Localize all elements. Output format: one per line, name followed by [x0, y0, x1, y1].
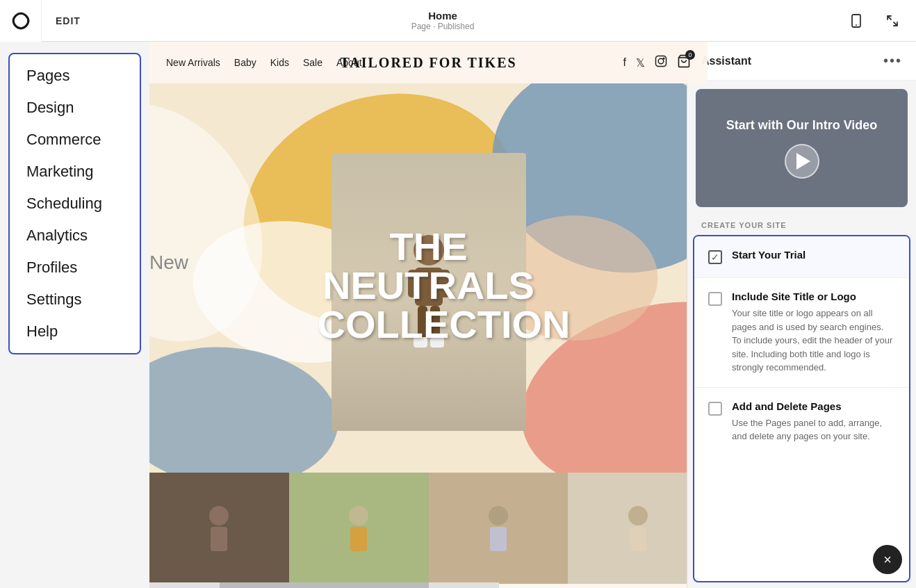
checklist-container: ✓ Start Your Trial Include Site Title or…: [693, 235, 910, 582]
assistant-panel: Assistant ••• Start with Our Intro Video…: [687, 42, 916, 588]
svg-point-27: [489, 506, 508, 525]
nav-link-new-arrivals[interactable]: New Arrivals: [166, 57, 220, 68]
left-sidebar: Pages Design Commerce Marketing Scheduli…: [0, 42, 149, 588]
page-info: Home Page · Published: [42, 10, 844, 31]
image-strip: [149, 473, 708, 584]
instagram-icon[interactable]: [655, 55, 667, 70]
page-status: Page · Published: [411, 22, 475, 31]
play-triangle-icon: [796, 153, 810, 170]
sidebar-item-profiles[interactable]: Profiles: [10, 252, 140, 284]
strip-image-2: [289, 473, 429, 584]
checklist-item-content-pages: Add and Delete Pages Use the Pages panel…: [732, 400, 895, 443]
sidebar-menu: Pages Design Commerce Marketing Scheduli…: [8, 53, 141, 354]
sidebar-item-design[interactable]: Design: [10, 92, 140, 124]
sidebar-item-help[interactable]: Help: [10, 316, 140, 348]
sidebar-item-pages[interactable]: Pages: [10, 60, 140, 92]
strip-image-3: [429, 473, 569, 584]
nav-link-baby[interactable]: Baby: [234, 57, 256, 68]
checklist-item-desc-add-pages: Use the Pages panel to add, arrange, and…: [732, 416, 895, 443]
sidebar-item-settings[interactable]: Settings: [10, 284, 140, 316]
svg-rect-26: [350, 527, 367, 551]
intro-video-card[interactable]: Start with Our Intro Video: [696, 89, 908, 207]
svg-point-23: [209, 506, 229, 525]
svg-point-5: [663, 58, 664, 59]
checklist-item-title-add-pages: Add and Delete Pages: [732, 400, 895, 412]
panel-title: Assistant: [701, 55, 751, 67]
svg-rect-3: [656, 56, 666, 67]
video-title: Start with Our Intro Video: [726, 118, 878, 133]
close-icon: ×: [883, 552, 892, 568]
site-nav: New Arrivals Baby Kids Sale About TAILOR…: [149, 42, 708, 83]
page-title: Home: [428, 10, 457, 22]
panel-header: Assistant •••: [687, 42, 916, 81]
hero-text: THE NEUTRALS COLLECTION: [318, 227, 540, 344]
sidebar-item-marketing[interactable]: Marketing: [10, 156, 140, 188]
mobile-preview-button[interactable]: [844, 8, 869, 33]
checklist-item-content: Start Your Trial: [732, 249, 805, 265]
checklist-item-include-title[interactable]: Include Site Title or Logo Your site tit…: [694, 278, 909, 388]
new-label: New: [149, 252, 188, 274]
svg-rect-28: [490, 527, 507, 551]
sidebar-item-commerce[interactable]: Commerce: [10, 124, 140, 156]
site-brand: TAILORED FOR TIKES: [340, 55, 516, 71]
strip-image-1: [149, 473, 289, 584]
svg-point-2: [856, 24, 857, 26]
cart-icon[interactable]: 0: [677, 54, 691, 71]
scrollbar-thumb: [220, 582, 430, 588]
edit-label[interactable]: EDIT: [56, 15, 81, 26]
checklist-item-content-title: Include Site Title or Logo Your site tit…: [732, 291, 895, 375]
svg-point-29: [628, 506, 648, 525]
checkbox-include-title[interactable]: [708, 292, 722, 306]
svg-point-4: [658, 58, 664, 64]
hero-title-line1: THE: [318, 227, 540, 266]
checklist-item-title-include-title: Include Site Title or Logo: [732, 291, 895, 302]
sidebar-item-scheduling[interactable]: Scheduling: [10, 188, 140, 220]
canvas-scrollbar[interactable]: [149, 582, 499, 588]
check-mark-icon: ✓: [711, 252, 719, 263]
top-bar-right: [844, 8, 916, 33]
canvas-area: New Arrivals Baby Kids Sale About TAILOR…: [149, 42, 916, 588]
close-panel-button[interactable]: ×: [873, 545, 902, 574]
twitter-icon[interactable]: 𝕏: [636, 56, 645, 70]
top-bar: EDIT Home Page · Published: [0, 0, 916, 42]
create-section-label: CREATE YOUR SITE: [687, 215, 916, 235]
checkbox-start-trial[interactable]: ✓: [708, 250, 722, 264]
nav-link-sale[interactable]: Sale: [303, 57, 322, 68]
svg-rect-30: [630, 527, 646, 551]
hero-title-line3: COLLECTION: [318, 305, 540, 344]
hero-section: THE NEUTRALS COLLECTION New: [149, 83, 708, 473]
hero-title-line2: NEUTRALS: [318, 266, 540, 305]
svg-point-25: [349, 506, 368, 525]
panel-more-button[interactable]: •••: [883, 53, 902, 69]
site-nav-right: f 𝕏 0: [623, 54, 691, 71]
site-preview: New Arrivals Baby Kids Sale About TAILOR…: [149, 42, 708, 588]
checklist-item-start-trial[interactable]: ✓ Start Your Trial: [694, 236, 909, 278]
checklist-item-title-start-trial: Start Your Trial: [732, 249, 805, 261]
checklist-item-add-pages[interactable]: Add and Delete Pages Use the Pages panel…: [694, 388, 909, 456]
site-nav-links: New Arrivals Baby Kids Sale About: [166, 57, 362, 68]
svg-rect-0: [8, 8, 33, 33]
expand-button[interactable]: [880, 8, 905, 33]
play-button[interactable]: [785, 144, 819, 179]
nav-link-kids[interactable]: Kids: [270, 57, 289, 68]
app-logo[interactable]: [0, 0, 42, 42]
facebook-icon[interactable]: f: [623, 56, 626, 69]
cart-count: 0: [685, 50, 695, 60]
sidebar-item-analytics[interactable]: Analytics: [10, 220, 140, 252]
checklist-item-desc-include-title: Your site title or logo appears on all p…: [732, 307, 895, 375]
svg-rect-24: [211, 527, 227, 551]
checkbox-add-pages[interactable]: [708, 402, 722, 416]
